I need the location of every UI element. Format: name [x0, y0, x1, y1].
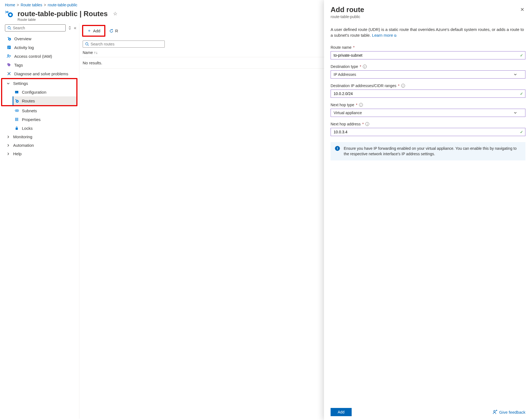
column-header-name[interactable]: Name ↑↓: [83, 50, 98, 55]
next-hop-type-select[interactable]: Virtual appliance: [331, 109, 525, 117]
iam-icon: [7, 54, 11, 59]
select-value: IP Addresses: [334, 72, 356, 77]
sidebar-item-label: Diagnose and solve problems: [14, 71, 68, 76]
sidebar-section-label: Settings: [13, 81, 28, 86]
field-destination-type: Destination type * i IP Addresses: [331, 64, 525, 79]
feedback-label: Give feedback: [499, 410, 525, 415]
sidebar-item-overview[interactable]: Overview: [5, 34, 76, 43]
add-route-panel: Add route route-table-public ✕ A user de…: [324, 0, 532, 420]
page-title: route-table-public | Routes: [18, 10, 108, 18]
chevron-down-icon: [514, 111, 517, 114]
field-next-hop-address: Next hop address * i ✓: [331, 122, 525, 136]
tags-icon: [7, 62, 11, 67]
sidebar-item-tags[interactable]: Tags: [5, 61, 76, 69]
highlight-box-add: ＋ Add: [82, 25, 105, 37]
chevron-right-icon: >: [17, 3, 19, 7]
info-icon[interactable]: i: [359, 103, 363, 107]
diagnose-icon: [7, 71, 11, 76]
field-label: Destination IP addresses/CIDR ranges * i: [331, 84, 525, 88]
svg-line-23: [88, 45, 89, 46]
add-button[interactable]: ＋ Add: [84, 27, 103, 35]
chevron-right-icon: [7, 152, 10, 156]
sidebar-section-monitoring[interactable]: Monitoring: [5, 133, 76, 141]
sidebar-item-label: Locks: [22, 126, 33, 131]
sidebar-item-label: Routes: [22, 99, 35, 103]
refresh-button-label: R: [115, 28, 118, 33]
favorite-star-icon[interactable]: ☆: [113, 11, 117, 17]
sidebar-section-label: Help: [13, 151, 22, 156]
refresh-icon: [109, 29, 114, 33]
sidebar-item-properties[interactable]: Properties: [13, 115, 76, 124]
info-box-text: Ensure you have IP forwarding enabled on…: [344, 146, 521, 157]
sidebar-item-label: Properties: [22, 117, 41, 122]
svg-line-3: [10, 29, 11, 30]
svg-point-24: [494, 410, 495, 412]
sidebar-item-label: Activity log: [14, 45, 34, 50]
field-label: Route name *: [331, 45, 525, 50]
select-value: Virtual appliance: [334, 111, 362, 115]
info-box: i Ensure you have IP forwarding enabled …: [331, 142, 525, 160]
sidebar-section-label: Automation: [13, 143, 34, 148]
routes-search[interactable]: [83, 41, 165, 48]
give-feedback-link[interactable]: Give feedback: [493, 410, 525, 415]
svg-point-17: [17, 101, 18, 102]
field-label: Destination type * i: [331, 64, 525, 69]
info-icon[interactable]: i: [401, 84, 405, 88]
checkmark-icon: ✓: [520, 130, 523, 134]
svg-rect-19: [16, 118, 17, 121]
routes-search-input[interactable]: [91, 42, 138, 46]
sidebar-item-iam[interactable]: Access control (IAM): [5, 52, 76, 61]
chevron-right-icon: [7, 135, 10, 139]
chevron-right-icon: [7, 144, 10, 147]
feedback-icon: [493, 410, 498, 415]
sidebar-item-label: Configuration: [22, 90, 46, 94]
search-icon: [85, 42, 89, 46]
external-link-icon: ⧉: [394, 34, 397, 38]
expand-collapse-icon[interactable]: [68, 26, 71, 30]
collapse-panel-icon[interactable]: «: [74, 25, 76, 30]
destination-type-select[interactable]: IP Addresses: [331, 70, 525, 79]
highlight-box-settings: Settings Configuration Routes: [1, 78, 77, 106]
breadcrumb-home[interactable]: Home: [5, 3, 15, 7]
sidebar-item-routes[interactable]: Routes: [13, 96, 76, 105]
plus-icon: ＋: [87, 28, 91, 34]
close-icon[interactable]: ✕: [519, 5, 525, 14]
svg-rect-18: [15, 118, 16, 121]
sidebar-item-configuration[interactable]: Configuration: [13, 88, 76, 96]
info-icon: i: [335, 146, 340, 151]
refresh-button[interactable]: R: [106, 27, 121, 34]
panel-description-text: A user defined route (UDR) is a static r…: [331, 27, 524, 38]
destination-ip-input[interactable]: [331, 90, 525, 98]
panel-description: A user defined route (UDR) is a static r…: [331, 27, 525, 38]
sidebar-search[interactable]: [5, 24, 66, 31]
route-name-input[interactable]: [331, 51, 525, 59]
overview-icon: [7, 36, 11, 41]
learn-more-link[interactable]: Learn more ⧉: [372, 33, 397, 38]
sidebar-item-label: Tags: [14, 63, 23, 67]
field-label: Next hop type * i: [331, 103, 525, 107]
sidebar-section-settings[interactable]: Settings: [5, 79, 76, 88]
svg-rect-21: [16, 128, 18, 130]
checkmark-icon: ✓: [520, 53, 523, 57]
sidebar-section-help[interactable]: Help: [5, 149, 76, 158]
sidebar-item-diagnose[interactable]: Diagnose and solve problems: [5, 69, 76, 78]
sidebar-item-locks[interactable]: Locks: [13, 124, 76, 133]
info-icon[interactable]: i: [365, 122, 369, 126]
sort-icon: ↑↓: [94, 50, 98, 55]
sidebar-search-input[interactable]: [13, 26, 63, 30]
svg-point-1: [9, 14, 11, 16]
svg-point-12: [8, 64, 8, 64]
breadcrumb-current[interactable]: route-table-public: [48, 3, 77, 7]
svg-rect-13: [15, 91, 18, 93]
svg-rect-20: [18, 118, 18, 121]
sidebar-item-subnets[interactable]: Subnets: [13, 106, 76, 115]
add-submit-button[interactable]: Add: [331, 408, 352, 416]
svg-rect-14: [15, 91, 18, 91]
breadcrumb-route-tables[interactable]: Route tables: [21, 3, 42, 7]
next-hop-address-input[interactable]: [331, 128, 525, 136]
sidebar-item-activity-log[interactable]: Activity log: [5, 43, 76, 52]
info-icon[interactable]: i: [363, 65, 367, 68]
sidebar-section-automation[interactable]: Automation: [5, 141, 76, 149]
field-label: Next hop address * i: [331, 122, 525, 126]
svg-point-10: [8, 55, 9, 56]
